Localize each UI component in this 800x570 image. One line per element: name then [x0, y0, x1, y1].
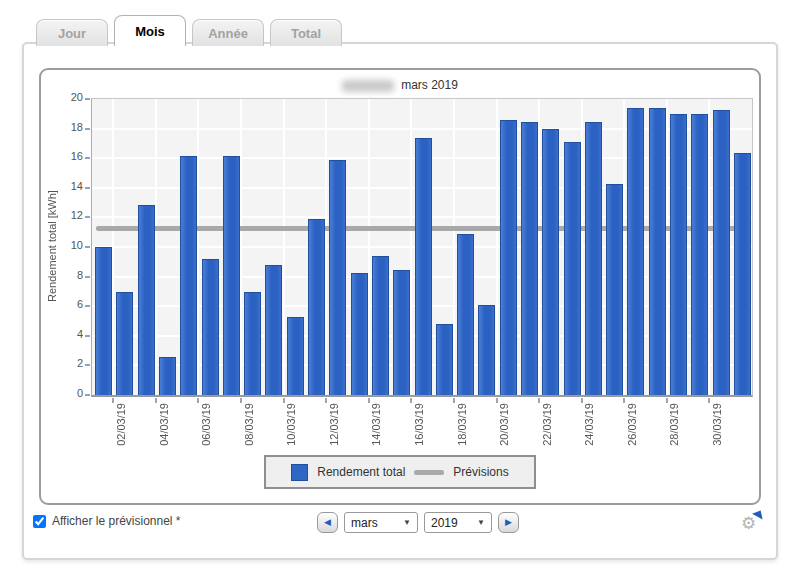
gridline-v	[240, 99, 242, 395]
yield-bar	[265, 265, 282, 395]
x-tick-label: 02/03/19	[115, 403, 127, 446]
x-tick-label: 10/03/19	[285, 403, 297, 446]
yield-bar	[627, 108, 644, 395]
gridline-v	[666, 99, 668, 395]
y-tick-label: 16	[71, 150, 83, 162]
yield-bar	[649, 108, 666, 395]
yield-bar	[329, 160, 346, 395]
gear-icon: ⚙	[741, 514, 756, 533]
x-tick-label: 12/03/19	[328, 403, 340, 446]
period-navigation: ◀ mars ▼ 2019 ▼ ▶	[317, 512, 519, 533]
y-axis-ticks: 02468101214161820	[57, 98, 87, 394]
y-tick-mark	[85, 187, 90, 189]
yield-bar	[457, 234, 474, 395]
export-chart-button[interactable]: ⚙	[741, 513, 763, 535]
x-tick-label: 30/03/19	[711, 403, 723, 446]
yield-bar	[95, 247, 112, 395]
gridline-v	[112, 99, 114, 395]
tab-total[interactable]: Total	[270, 19, 342, 46]
gridline-v	[623, 99, 625, 395]
y-tick-label: 4	[77, 328, 83, 340]
x-tick-label: 04/03/19	[158, 403, 170, 446]
y-tick-mark	[85, 364, 90, 366]
tab-mois[interactable]: Mois	[114, 15, 186, 46]
show-forecast-checkbox[interactable]	[33, 515, 46, 528]
yield-bar	[223, 156, 240, 395]
gridline-v	[496, 99, 498, 395]
next-month-button[interactable]: ▶	[498, 512, 519, 533]
legend-series-label: Rendement total	[317, 465, 405, 479]
x-tick-label: 08/03/19	[243, 403, 255, 446]
chart-panel: mars 2019 Rendement total [kWh] 02468101…	[39, 68, 761, 505]
y-tick-mark	[85, 276, 90, 278]
legend-forecast-label: Prévisions	[453, 465, 508, 479]
gridline-v	[410, 99, 412, 395]
x-tick-label: 06/03/19	[200, 403, 212, 446]
y-tick-label: 14	[71, 180, 83, 192]
yield-bar	[564, 142, 581, 395]
yield-bar	[500, 120, 517, 395]
legend-forecast-line-swatch	[414, 470, 444, 475]
chart-title: mars 2019	[41, 78, 759, 92]
x-tick-label: 28/03/19	[668, 403, 680, 446]
yield-bar	[436, 324, 453, 395]
x-tick-label: 24/03/19	[583, 403, 595, 446]
gridline-v	[538, 99, 540, 395]
yield-bar	[691, 114, 708, 395]
y-tick-mark	[85, 246, 90, 248]
y-tick-mark	[85, 305, 90, 307]
yield-bar	[415, 138, 432, 395]
gridline-v	[197, 99, 199, 395]
y-tick-mark	[85, 216, 90, 218]
y-tick-label: 8	[77, 269, 83, 281]
gridline-v	[368, 99, 370, 395]
yield-bar	[478, 305, 495, 395]
y-tick-label: 12	[71, 209, 83, 221]
show-forecast-toggle[interactable]: Afficher le prévisionnel *	[33, 514, 181, 528]
yield-bar	[244, 292, 261, 395]
yield-bar	[159, 357, 176, 395]
month-select-value: mars	[351, 516, 378, 530]
chevron-down-icon: ▼	[403, 518, 411, 527]
yield-bar	[287, 317, 304, 395]
yield-bar	[585, 122, 602, 395]
content-panel: mars 2019 Rendement total [kWh] 02468101…	[22, 42, 778, 560]
x-tick-label: 14/03/19	[370, 403, 382, 446]
yield-bar	[670, 114, 687, 395]
y-tick-label: 0	[77, 387, 83, 399]
yield-bar	[606, 184, 623, 395]
yield-bar	[180, 156, 197, 395]
tab-jour[interactable]: Jour	[36, 19, 108, 46]
gridline-v	[325, 99, 327, 395]
yield-bar	[351, 273, 368, 395]
yield-bar	[138, 205, 155, 395]
yield-bar	[734, 153, 751, 395]
gridline-v	[453, 99, 455, 395]
gridline-v	[283, 99, 285, 395]
y-tick-mark	[85, 394, 90, 396]
yield-bar	[308, 219, 325, 395]
bar-chart-plot	[91, 98, 753, 397]
legend-bar-swatch	[291, 464, 308, 481]
chevron-down-icon: ▼	[477, 518, 485, 527]
y-tick-label: 6	[77, 298, 83, 310]
gridline-v	[581, 99, 583, 395]
yield-bar	[713, 110, 730, 395]
y-tick-label: 10	[71, 239, 83, 251]
chart-title-text: mars 2019	[401, 78, 458, 92]
x-tick-label: 22/03/19	[541, 403, 553, 446]
chart-legend: Rendement total Prévisions	[264, 455, 536, 489]
x-tick-label: 18/03/19	[456, 403, 468, 446]
yield-bar	[521, 122, 538, 395]
gridline-v	[708, 99, 710, 395]
year-select[interactable]: 2019 ▼	[424, 512, 492, 533]
bottom-controls: Afficher le prévisionnel * ◀ mars ▼ 2019…	[24, 512, 776, 540]
x-tick-label: 16/03/19	[413, 403, 425, 446]
month-select[interactable]: mars ▼	[344, 512, 418, 533]
gridline-v	[155, 99, 157, 395]
tab-annee[interactable]: Année	[192, 19, 264, 46]
show-forecast-label: Afficher le prévisionnel *	[52, 514, 181, 528]
yield-bar	[542, 129, 559, 395]
y-tick-label: 2	[77, 357, 83, 369]
previous-month-button[interactable]: ◀	[317, 512, 338, 533]
